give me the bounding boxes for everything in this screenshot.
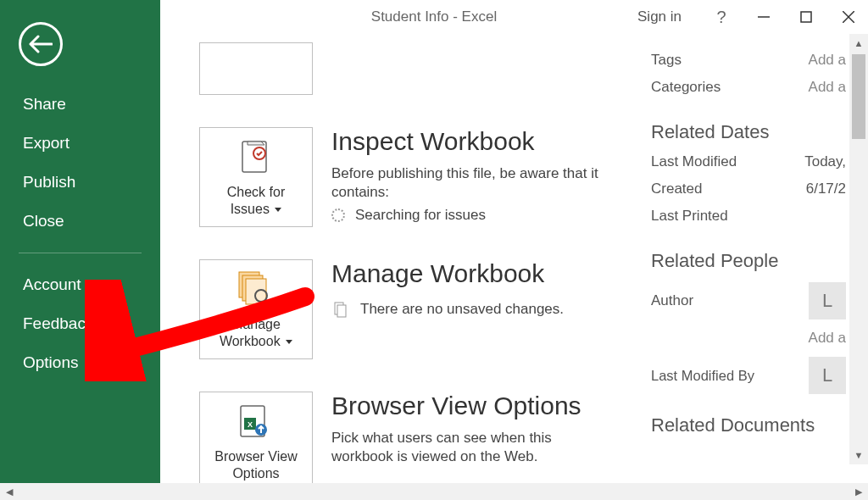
scroll-up-button[interactable]: ▲ [849, 34, 868, 53]
document-icon [331, 300, 350, 319]
svg-rect-12 [337, 305, 346, 317]
last-modified-by-avatar[interactable]: L [809, 357, 846, 394]
inspect-workbook-description: Before publishing this file, be aware th… [331, 164, 603, 202]
related-dates-heading: Related Dates [651, 121, 846, 143]
inspect-status: Searching for issues [355, 207, 486, 224]
scroll-thumb[interactable] [852, 54, 865, 139]
created-value: 6/17/2 [806, 181, 846, 197]
minimize-icon [758, 11, 770, 23]
sidebar-item-close[interactable]: Close [0, 202, 160, 241]
sidebar-item-share[interactable]: Share [0, 85, 160, 124]
last-printed-label: Last Printed [651, 208, 728, 225]
scroll-left-button[interactable]: ◀ [0, 483, 19, 500]
check-for-issues-tile[interactable]: Check for Issues [199, 127, 313, 227]
chevron-down-icon [275, 208, 281, 212]
manage-status: There are no unsaved changes. [360, 301, 564, 318]
tile-label: Manage Workbook [207, 316, 305, 350]
sidebar-item-account[interactable]: Account [0, 265, 160, 304]
sidebar-item-publish[interactable]: Publish [0, 163, 160, 202]
back-button[interactable] [19, 22, 63, 66]
last-modified-by-label: Last Modified By [651, 368, 754, 384]
minimize-button[interactable] [744, 0, 783, 34]
restore-button[interactable] [787, 0, 826, 34]
svg-text:X: X [248, 420, 253, 429]
spinner-icon [331, 208, 345, 222]
tags-value[interactable]: Add a [809, 52, 846, 69]
vertical-scrollbar[interactable]: ▲ ▼ [849, 34, 868, 464]
created-label: Created [651, 181, 702, 197]
close-window-button[interactable] [829, 0, 868, 34]
svg-rect-1 [801, 12, 811, 22]
horizontal-scrollbar[interactable]: ◀ ▶ [0, 483, 868, 500]
tile-label: Check for Issues [207, 184, 305, 218]
sidebar-item-export[interactable]: Export [0, 124, 160, 163]
manage-workbook-tile[interactable]: Manage Workbook [199, 259, 313, 359]
properties-panel: Tags Add a Categories Add a Related Date… [651, 34, 846, 442]
author-label: Author [651, 292, 693, 309]
restore-icon [800, 11, 812, 23]
browser-view-description: Pick what users can see when this workbo… [331, 429, 569, 466]
sidebar-separator [19, 253, 142, 253]
categories-value[interactable]: Add a [809, 79, 846, 96]
sign-in-link[interactable]: Sign in [637, 8, 682, 25]
sidebar-item-options[interactable]: Options [0, 343, 160, 382]
window-title: Student Info - Excel [371, 8, 497, 25]
info-panel: Check for Issues Inspect Workbook Before… [160, 34, 868, 483]
scroll-down-button[interactable]: ▼ [849, 446, 868, 464]
sidebar-item-feedback[interactable]: Feedback [0, 304, 160, 343]
backstage-sidebar: Share Export Publish Close Account Feedb… [0, 0, 160, 483]
manage-workbook-icon [234, 270, 278, 308]
check-issues-icon [234, 138, 278, 175]
author-avatar[interactable]: L [809, 282, 846, 319]
help-button[interactable]: ? [702, 0, 741, 34]
browser-view-options-tile[interactable]: X Browser View Options [199, 392, 313, 483]
tile-label: Browser View Options [207, 448, 305, 482]
related-people-heading: Related People [651, 250, 846, 272]
back-arrow-icon [29, 35, 53, 53]
add-author-link[interactable]: Add a [809, 330, 846, 347]
related-documents-heading: Related Documents [651, 414, 846, 436]
categories-label: Categories [651, 79, 721, 96]
browser-view-icon: X [234, 403, 278, 440]
scroll-right-button[interactable]: ▶ [849, 483, 868, 500]
last-modified-label: Last Modified [651, 153, 737, 170]
tags-label: Tags [651, 52, 682, 69]
chevron-down-icon [286, 340, 292, 344]
close-icon [843, 11, 854, 23]
partial-tile [199, 42, 313, 95]
last-modified-value: Today, [804, 153, 846, 170]
